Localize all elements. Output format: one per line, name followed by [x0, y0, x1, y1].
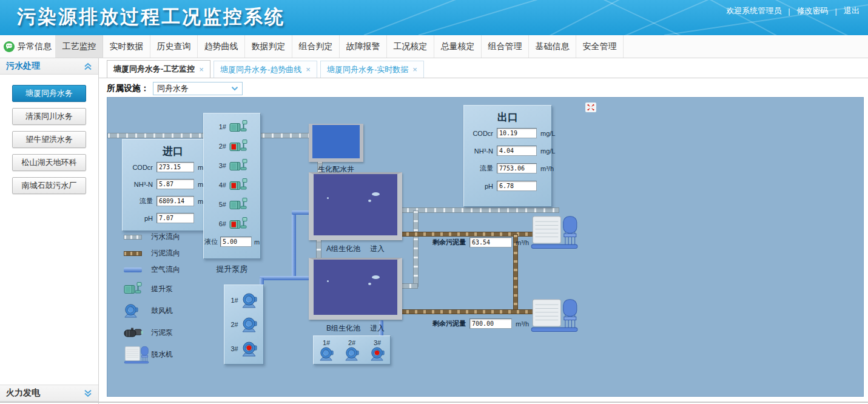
pump-row: 1# [217, 118, 247, 135]
air-pipe-swatch [124, 268, 142, 272]
tank-a-enter-link[interactable]: 进入 [370, 244, 385, 254]
divider: | [788, 7, 790, 16]
pump-number: 2# [217, 143, 226, 150]
sludge-b-label: 剩余污泥量 [432, 319, 466, 328]
user-links: 欢迎系统管理员 | 修改密码 | 退出 [726, 5, 860, 16]
lift-pump-icon [229, 198, 247, 211]
close-icon[interactable]: × [199, 65, 204, 74]
inlet-flow-label: 流量 [125, 197, 153, 206]
chevron-down-icon [231, 86, 238, 91]
pump-number: 4# [217, 181, 226, 189]
blower-number: 3# [374, 339, 381, 346]
menu-item-combined-judgment[interactable]: 组合判定 [292, 35, 340, 58]
pump-row: 4# [217, 177, 247, 193]
legend-row-sludge-pump: 污泥泵 [124, 322, 288, 343]
viewport-fit-icon[interactable] [585, 103, 596, 112]
menu-item-history-query[interactable]: 历史查询 [150, 35, 198, 58]
inlet-nh3n-label: NH³-N [125, 181, 153, 188]
change-password-link[interactable]: 修改密码 [797, 5, 829, 16]
logout-link[interactable]: 退出 [844, 5, 860, 16]
menu-item-security-manage[interactable]: 安全管理 [576, 35, 624, 58]
section-title: 火力发电 [6, 388, 40, 399]
tab-label: 塘厦同舟水务-趋势曲线 [220, 64, 301, 75]
app-title: 污染源排放过程工况监控系统 [17, 4, 285, 30]
sludge-pipe-b [397, 309, 536, 314]
sludge-a-label: 剩余污泥量 [432, 238, 466, 247]
sidebar-section-sewage-treatment[interactable]: 污水处理 [0, 58, 98, 75]
outlet-nh3n-value: 4.04 [497, 146, 537, 156]
tank-a-label: A组生化池 [326, 244, 360, 254]
menu-item-fault-alarm[interactable]: 故障报警 [340, 35, 387, 58]
tab-realtime-data[interactable]: 塘厦同舟水务-实时数据 × [320, 61, 424, 78]
tab-process-monitoring[interactable]: 塘厦同舟水务-工艺监控 × [107, 60, 210, 78]
tab-label: 塘厦同舟水务-实时数据 [327, 64, 408, 75]
pump-number: 6# [217, 220, 226, 227]
menu-item-realtime-data[interactable]: 实时数据 [103, 35, 150, 58]
menu-item-trend-curve[interactable]: 趋势曲线 [198, 35, 245, 58]
bubble [327, 280, 329, 282]
menu-item-label: 异常信息 [18, 41, 52, 52]
facility-select[interactable]: 同舟水务 [153, 82, 243, 95]
sludge-a-unit: m³/h [516, 239, 529, 246]
blower-icon-running [370, 346, 385, 361]
legend-row-sludge-flow: 污泥流向 [124, 245, 288, 261]
outlet-flow-label: 流量 [465, 164, 493, 173]
facility-button-qingxi[interactable]: 清溪同川水务 [12, 108, 86, 125]
facility-select-label: 所属设施： [107, 83, 149, 94]
blower-col: 2# [345, 339, 359, 361]
sludge-b-unit: m³/h [516, 320, 529, 328]
facility-button-songshanhu[interactable]: 松山湖天地环科 [12, 154, 86, 171]
menu-item-data-judgment[interactable]: 数据判定 [245, 35, 292, 58]
facility-sidebar: 污水处理 塘厦同舟水务 清溪同川水务 望牛望洪水务 松山湖天地环科 南城石鼓污水… [0, 58, 99, 404]
bubble [368, 200, 371, 202]
menu-item-basic-info[interactable]: 基础信息 [529, 35, 576, 58]
menu-item-combined-manage[interactable]: 组合管理 [482, 35, 529, 58]
page-bottom-divider [0, 402, 868, 403]
menu-item-exception-info[interactable]: 异常信息 [0, 35, 56, 58]
chevron-double-up-icon[interactable] [84, 62, 92, 70]
process-diagram: 进口 CODcr 273.15 mg/L NH³-N 5.87 mg/L 流量 … [107, 97, 864, 397]
facility-button-tangxia[interactable]: 塘厦同舟水务 [12, 85, 86, 102]
legend-label: 污泥流向 [151, 248, 180, 258]
outlet-nh3n-label: NH³-N [465, 147, 493, 155]
pump-row: 3# [217, 157, 247, 173]
menu-item-process-monitoring[interactable]: 工艺监控 [56, 35, 103, 58]
legend-label: 脱水机 [151, 349, 173, 360]
air-pipe-to-tank-a [292, 210, 310, 215]
tab-trend-curve[interactable]: 塘厦同舟水务-趋势曲线 × [214, 61, 317, 78]
sludge-pump-icon [124, 327, 143, 338]
sludge-a-row: 剩余污泥量 63.54 m³/h [432, 237, 529, 247]
inlet-ph-label: pH [125, 215, 153, 222]
pump-number: 1# [217, 123, 226, 130]
outlet-flow-value: 7753.06 [497, 163, 537, 173]
sewage-pipe-return-vertical [413, 210, 419, 287]
close-icon[interactable]: × [412, 65, 417, 74]
distribution-well-tank [309, 124, 363, 162]
divider: | [835, 7, 837, 16]
blower-icon [319, 346, 334, 361]
tank-a-label-row: A组生化池 进入 [309, 244, 402, 254]
facility-toolbar: 所属设施： 同舟水务 [107, 81, 243, 96]
outlet-title: 出口 [465, 110, 550, 124]
tank-b-enter-link[interactable]: 进入 [370, 323, 385, 334]
pump-row: 2# [217, 138, 247, 154]
document-tabstrip: 塘厦同舟水务-工艺监控 × 塘厦同舟水务-趋势曲线 × 塘厦同舟水务-实时数据 … [99, 61, 868, 78]
facility-button-nancheng[interactable]: 南城石鼓污水厂 [12, 177, 86, 194]
facility-button-wangniu[interactable]: 望牛望洪水务 [12, 131, 86, 148]
chat-icon [4, 41, 15, 52]
main-menu: 异常信息 工艺监控 实时数据 历史查询 趋势曲线 数据判定 组合判定 故障报警 … [0, 35, 868, 58]
chevron-double-down-icon[interactable] [84, 389, 92, 397]
outlet-codcr-value: 10.19 [497, 128, 537, 138]
menu-item-condition-verify[interactable]: 工况核定 [387, 35, 434, 58]
bubble [372, 275, 380, 279]
sidebar-section-thermal-power[interactable]: 火力发电 [0, 385, 98, 402]
sludge-a-value: 63.54 [469, 237, 512, 247]
air-pipe-riser [292, 210, 296, 280]
sludge-b-row: 剩余污泥量 700.00 m³/h [432, 318, 529, 329]
legend-row-dewatering-machine: 脱水机 [124, 343, 288, 365]
close-icon[interactable]: × [306, 65, 311, 74]
menu-item-total-verify[interactable]: 总量核定 [434, 35, 482, 58]
bubble [372, 192, 380, 196]
outlet-ph-label: pH [465, 183, 493, 190]
legend-label: 污水流向 [151, 232, 180, 242]
